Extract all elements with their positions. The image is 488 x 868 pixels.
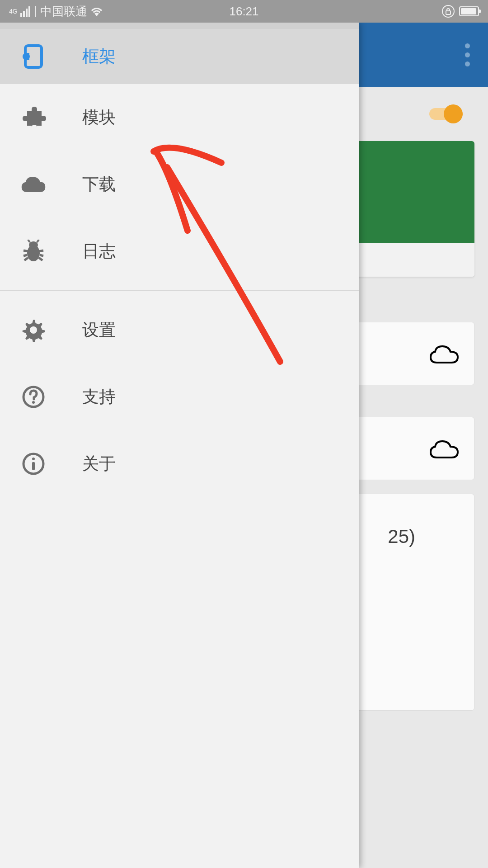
svg-line-12 [40, 255, 43, 256]
drawer-item-logs[interactable]: 日志 [0, 218, 359, 285]
cloud-icon [428, 343, 460, 364]
battery-icon [459, 6, 479, 16]
rotation-lock-icon [442, 5, 455, 18]
info-card-text: 25) [388, 526, 415, 547]
svg-line-9 [23, 255, 27, 256]
status-right [442, 5, 479, 18]
divider [35, 6, 36, 17]
drawer-item-label: 支持 [82, 386, 116, 408]
svg-point-20 [32, 458, 35, 460]
drawer-item-label: 框架 [82, 45, 116, 68]
drawer-item-label: 设置 [82, 319, 116, 341]
svg-line-15 [37, 240, 39, 242]
drawer-divider [0, 290, 359, 291]
carrier-label: 中国联通 [40, 4, 87, 19]
drawer-item-label: 模块 [82, 106, 116, 129]
drawer-item-support[interactable]: 支持 [0, 363, 359, 430]
svg-line-14 [28, 240, 30, 242]
status-left: 4G 中国联通 [9, 4, 103, 19]
svg-line-13 [39, 258, 42, 260]
svg-rect-21 [32, 462, 35, 470]
status-time: 16:21 [229, 5, 258, 19]
overflow-menu-icon[interactable] [465, 43, 470, 66]
drawer-top-shadow [0, 23, 359, 29]
gear-icon [20, 316, 47, 344]
framework-icon [20, 43, 47, 70]
drawer-item-label: 下载 [82, 173, 116, 196]
drawer-item-about[interactable]: 关于 [0, 430, 359, 497]
svg-rect-3 [24, 55, 26, 58]
svg-line-11 [39, 250, 43, 251]
svg-rect-4 [27, 53, 29, 55]
navigation-drawer: 框架 模块 下载 [0, 23, 359, 868]
cloud-icon [428, 438, 460, 459]
cloud-icon [20, 171, 47, 198]
drawer-item-settings[interactable]: 设置 [0, 297, 359, 363]
bug-icon [20, 238, 47, 265]
puzzle-icon [20, 104, 47, 131]
drawer-item-label: 关于 [82, 453, 116, 475]
svg-line-8 [23, 250, 28, 251]
drawer-item-modules[interactable]: 模块 [0, 84, 359, 151]
drawer-item-label: 日志 [82, 240, 116, 263]
svg-rect-0 [446, 11, 450, 14]
svg-point-18 [32, 401, 35, 404]
svg-line-10 [24, 258, 28, 260]
signal-icon [20, 6, 30, 17]
drawer-item-download[interactable]: 下载 [0, 151, 359, 218]
enable-toggle[interactable] [429, 106, 461, 122]
status-bar: 4G 中国联通 16:21 [0, 0, 488, 23]
network-badge: 4G [9, 8, 18, 14]
svg-point-16 [30, 326, 37, 334]
svg-point-7 [29, 241, 38, 249]
wifi-icon [90, 6, 103, 16]
help-icon [20, 383, 47, 410]
info-icon [20, 450, 47, 477]
drawer-item-framework[interactable]: 框架 [0, 29, 359, 84]
svg-rect-5 [27, 58, 29, 60]
